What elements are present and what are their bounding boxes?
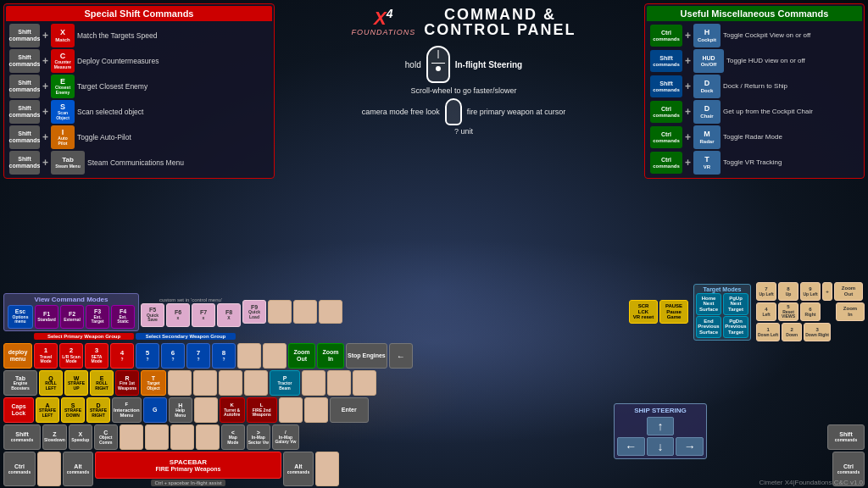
row-spacer-z (301, 424, 826, 450)
p-tractor-key[interactable]: PTractorBeam (270, 370, 300, 396)
tab-key: TabSteam Menu (51, 151, 85, 175)
np9[interactable]: 9Up Left (800, 282, 821, 301)
misc-desc-5: Toggle Radar Mode (723, 133, 859, 141)
key-6[interactable]: 6? (161, 343, 185, 369)
shift-row-i: Shiftcommands + IAutoPilot Toggle Auto-P… (9, 125, 269, 149)
np3[interactable]: 3Down Right (804, 323, 831, 341)
command-title-2: CONTROL PANEL (424, 22, 576, 37)
np4[interactable]: 4Left (756, 302, 776, 321)
key-3[interactable]: 3SETAMode (85, 343, 108, 369)
g-key[interactable]: G (143, 397, 167, 423)
f5-key[interactable]: F5QuickSave (141, 303, 164, 327)
np7[interactable]: 7Up Left (756, 282, 776, 301)
shift-left-key[interactable]: Shiftcommands (3, 424, 41, 450)
key-2[interactable]: 2L/R ScanMode (59, 343, 83, 369)
x-match-key: XMatch (51, 24, 75, 47)
key-1[interactable]: 1TravelMode (34, 343, 58, 369)
key-5[interactable]: 5? (136, 343, 159, 369)
shift-right-key[interactable]: Shiftcommands (827, 424, 865, 450)
v-key (120, 424, 143, 450)
l-key[interactable]: LFIRE 2ndWeapons (247, 397, 277, 423)
enter-key[interactable]: Enter (330, 397, 369, 423)
s-right-arrow[interactable]: → (676, 437, 704, 456)
np5[interactable]: 5ResetVIEWS (778, 302, 798, 321)
np-zoomin[interactable]: ZoomIn (836, 302, 865, 321)
f6-key[interactable]: F6x (166, 303, 190, 327)
s-up-arrow[interactable]: ↑ (647, 417, 675, 435)
view-modes-box: View Command Modes EscOptionsmenu F1Stan… (3, 293, 139, 331)
backspace-key[interactable]: ← (389, 343, 413, 369)
spacebar-key[interactable]: SPACEBAR FIRE Primary Weapons (95, 452, 281, 479)
e-key-kbd[interactable]: EROLLRIGHT (90, 370, 114, 396)
k-key[interactable]: KTurret &Autofire (220, 397, 245, 423)
comma-map-key[interactable]: <MapMode (221, 424, 245, 450)
h-cockpit-key: HCockpit (693, 24, 721, 47)
w-key[interactable]: WSTRAFEUP (64, 370, 88, 396)
r-key[interactable]: RFire 1stWeapons (115, 370, 139, 396)
alt-right-key[interactable]: Altcommands (283, 452, 314, 486)
f7-key[interactable]: F7x (192, 303, 215, 327)
stop-engines-key[interactable]: Stop Engines (346, 343, 387, 369)
np-plus[interactable]: + (822, 282, 832, 301)
d-key-kbd[interactable]: DSTRAFERIGHT (86, 397, 110, 423)
np2[interactable]: 2Down (782, 323, 802, 341)
deploy-menu-key[interactable]: deploymenu (3, 343, 32, 369)
misc-desc-3: Dock / Return to Ship (723, 82, 859, 91)
q-key[interactable]: QROLLLEFT (39, 370, 63, 396)
t-key[interactable]: TTargetObject (141, 370, 166, 396)
x-key[interactable]: XSpeedup (69, 424, 92, 450)
key-4[interactable]: 4? (110, 343, 134, 369)
slash-map-key[interactable]: /In-MapGalaxy Vw (272, 424, 299, 450)
tab-key-kbd[interactable]: TabEngineBoosters (3, 370, 37, 396)
f1-key[interactable]: F1Standard (35, 305, 58, 329)
alt-left-key[interactable]: Altcommands (63, 452, 93, 486)
shift-key-2: Shiftcommands (9, 49, 40, 73)
pgup-next-target[interactable]: PgUpNextTarget (723, 293, 748, 315)
esc-key[interactable]: EscOptionsmenu (8, 305, 33, 329)
scrlck-key[interactable]: SCRLCKVR reset (629, 300, 658, 324)
np-zoomout[interactable]: ZoomOut (834, 282, 863, 301)
z-key[interactable]: ZSlowdown (42, 424, 67, 450)
period-map-key[interactable]: >In-MapSector Vw (247, 424, 270, 450)
home-next-surface[interactable]: HomeNextSurface (696, 293, 721, 315)
mouse-icon-2 (445, 98, 462, 125)
c-key: CCounterMeasure (51, 49, 75, 73)
end-prev-surface[interactable]: EndPreviousSurface (696, 316, 721, 338)
key-7[interactable]: 7? (186, 343, 210, 369)
unit-label: ? unit (292, 127, 636, 136)
f3-key[interactable]: F3Ext.Target (86, 305, 109, 329)
key-x1 (237, 343, 261, 369)
zoom-in-key[interactable]: ZoomIn (317, 343, 344, 369)
key-8[interactable]: 8? (212, 343, 236, 369)
f8-key[interactable]: F8X (217, 303, 241, 327)
shift-desc-5: Toggle Auto-Pilot (77, 133, 269, 141)
secondary-weapon-label: Select Secondary Weapon Group (136, 333, 236, 340)
f-interaction-key[interactable]: FInteractionMenu (112, 397, 142, 423)
ctrl-left-key[interactable]: Ctrlcommands (3, 452, 36, 486)
primary-weapon-label: Select Primary Weapon Group (34, 333, 134, 340)
np1[interactable]: 1Down Left (756, 323, 780, 341)
mouse-area: hold In-flight Steering Scroll-wheel to … (288, 42, 639, 139)
a-key[interactable]: ASTRAFELEFT (36, 397, 59, 423)
misc-row-6: Ctrlcommands + TVR Toggle VR Tracking (650, 151, 859, 175)
f5-f8-keys: F5QuickSave F6x F7x F8X (141, 303, 241, 327)
f2-key[interactable]: F2External (60, 305, 84, 329)
shift-desc-1: Match the Targets Speed (77, 31, 269, 40)
special-shift-panel: Special Shift Commands Shiftcommands + X… (3, 3, 275, 179)
f4-key[interactable]: F4Ext.Static (111, 305, 135, 329)
ctrl-key-4: Ctrlcommands (650, 152, 682, 174)
shift-row-s: Shiftcommands + SScanObject Scan selecte… (9, 100, 269, 124)
s-left-arrow[interactable]: ← (617, 437, 645, 456)
h-help-key[interactable]: HHelpMenu (169, 397, 192, 423)
caps-lock-key[interactable]: CapsLock (3, 397, 34, 423)
c-key-kbd[interactable]: CObjectComm (94, 424, 118, 450)
pgdn-prev-target[interactable]: PgDnPreviousTarget (723, 316, 748, 338)
np6[interactable]: 6Right (800, 302, 821, 321)
target-modes-panel: Target Modes HomeNextSurface PgUpNextTar… (693, 284, 751, 341)
np8[interactable]: 8Up (778, 282, 798, 301)
s-down-arrow[interactable]: ↓ (647, 437, 675, 456)
zoom-out-key[interactable]: ZoomOut (288, 343, 315, 369)
pause-key[interactable]: PAUSEPauseGame (659, 300, 688, 324)
s-key-kbd[interactable]: SSTRAFEDOWN (61, 397, 85, 423)
f9-key[interactable]: F9QuickLoad (242, 300, 266, 324)
